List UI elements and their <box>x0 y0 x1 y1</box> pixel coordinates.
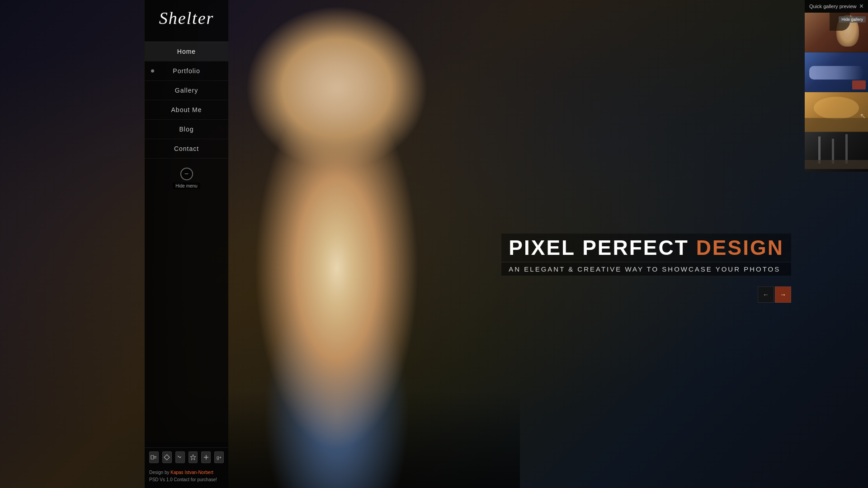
main-nav: Home Portfolio Gallery About Me Blog Con… <box>145 42 228 159</box>
svg-marker-4 <box>190 455 196 460</box>
svg-rect-0 <box>151 455 154 459</box>
hide-menu-tooltip: Hide menu <box>173 183 200 189</box>
gallery-thumbs-container: Hide gallery ↖ <box>805 13 868 172</box>
social-footer: g+ Design by Kapas Istvan-Norbert PSD Vs… <box>145 442 228 488</box>
slideshow-controls: ← → <box>758 286 791 303</box>
nav-item-portfolio[interactable]: Portfolio <box>145 61 228 80</box>
social-icons-row: g+ <box>145 447 228 467</box>
nav-item-home[interactable]: Home <box>145 42 228 61</box>
brand-logo: Shelter <box>159 8 214 28</box>
hero-headline: PIXEL PERFECT DESIGN <box>501 234 791 262</box>
hide-gallery-button[interactable]: Hide gallery <box>839 16 866 23</box>
quick-gallery-panel: Quick gallery preview × Hide gallery ↖ <box>805 0 868 172</box>
gallery-thumb-2[interactable] <box>805 52 868 92</box>
nav-item-contact[interactable]: Contact <box>145 139 228 159</box>
social-icon-googleplus[interactable]: g+ <box>214 451 224 463</box>
hide-menu-button[interactable]: − <box>180 168 193 180</box>
hero-subtext: AN ELEGANT & CREATIVE WAY TO SHOWCASE YO… <box>501 263 791 276</box>
designer-name: Kapas Istvan-Norbert <box>170 470 213 475</box>
quick-gallery-header: Quick gallery preview × <box>805 0 868 13</box>
svg-marker-3 <box>164 455 170 460</box>
nav-item-blog[interactable]: Blog <box>145 119 228 139</box>
social-icon-behance[interactable] <box>149 451 159 463</box>
close-gallery-icon[interactable]: × <box>859 2 863 10</box>
social-icon-deviant[interactable] <box>162 451 172 463</box>
svg-text:g+: g+ <box>217 455 222 460</box>
next-arrow[interactable]: → <box>775 286 791 303</box>
social-icon-vimeo[interactable] <box>175 451 185 463</box>
social-icon-star[interactable] <box>189 451 198 463</box>
gallery-thumb-3[interactable]: ↖ <box>805 92 868 132</box>
footer-text: Design by Kapas Istvan-Norbert PSD Vs 1.… <box>145 467 228 488</box>
quick-gallery-title: Quick gallery preview <box>809 4 857 9</box>
nav-item-about[interactable]: About Me <box>145 100 228 119</box>
gallery-thumb-4[interactable] <box>805 132 868 172</box>
prev-arrow[interactable]: ← <box>758 286 774 303</box>
social-icon-plus[interactable] <box>201 451 211 463</box>
hero-headline-part2: DESIGN <box>696 236 784 259</box>
hero-image <box>235 0 439 488</box>
sidebar: Shelter Home Portfolio Gallery About Me … <box>145 0 228 488</box>
hero-headline-part1: PIXEL PERFECT <box>509 236 696 259</box>
hero-text-area: PIXEL PERFECT DESIGN AN ELEGANT & CREATI… <box>501 234 791 276</box>
thumb-cursor: ↖ <box>860 112 866 120</box>
footer-version: PSD Vs 1.0 Contact for purchase! <box>149 477 217 482</box>
nav-item-gallery[interactable]: Gallery <box>145 80 228 100</box>
